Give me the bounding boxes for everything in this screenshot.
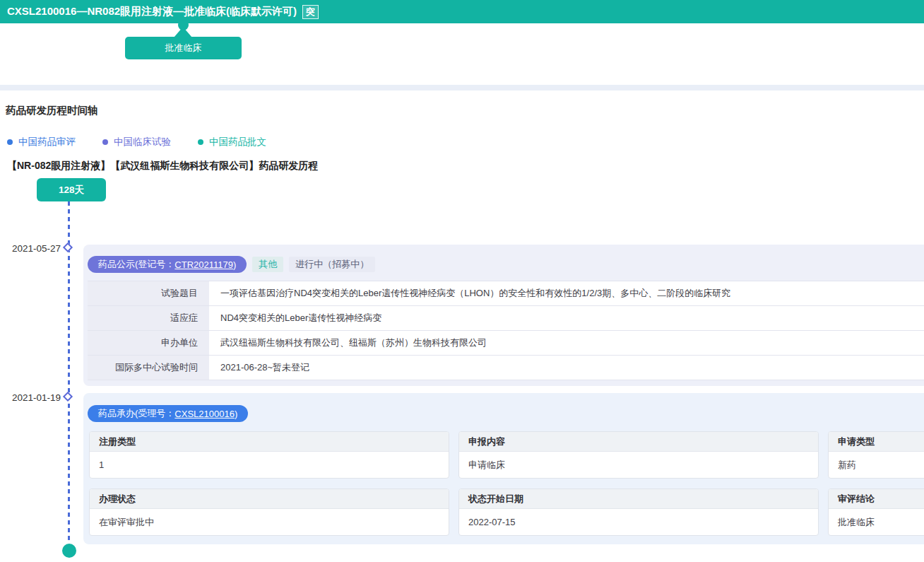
table-row: 试验题目 一项评估基因治疗ND4突变相关的Leber遗传性视神经病变（LHON）… (88, 281, 924, 306)
row-label: 国际多中心试验时间 (88, 356, 209, 380)
pill-suffix: ) (235, 409, 237, 419)
row-label: 申办单位 (88, 331, 209, 355)
timeline-line (68, 201, 70, 544)
section-divider (0, 85, 924, 90)
field-value: 1 (90, 452, 449, 478)
field-label: 审评结论 (829, 489, 924, 509)
legend-label: 中国临床试验 (114, 136, 171, 148)
timeline-diamond-icon (63, 242, 73, 252)
field-box-status-start-date: 状态开始日期 2022-07-15 (458, 488, 819, 536)
acceptance-pill-button[interactable]: 药品承办(受理号：CXSL2100016) (88, 405, 248, 422)
field-label: 申报内容 (459, 432, 818, 452)
row-label: 试验题目 (88, 281, 209, 305)
legend-dot-icon (102, 139, 108, 145)
row-value: 2021-06-28~暂未登记 (209, 356, 924, 380)
timeline-subtitle: 【NR-082眼用注射液】【武汉纽福斯生物科技有限公司】药品研发历程 (7, 160, 318, 172)
legend-item-drug-approval[interactable]: 中国药品批文 (198, 136, 266, 148)
acceptance-field-grid: 注册类型 1 申报内容 申请临床 申请类型 新药 办理状态 在审评审批中 状态开… (89, 431, 924, 536)
timeline-date: 2021-05-27 (6, 243, 61, 254)
table-row: 国际多中心试验时间 2021-06-28~暂未登记 (88, 356, 924, 380)
event-card-acceptance: 药品承办(受理号：CXSL2100016) 注册类型 1 申报内容 申请临床 申… (83, 393, 924, 544)
trial-detail-table: 试验题目 一项评估基因治疗ND4突变相关的Leber遗传性视神经病变（LHON）… (88, 281, 924, 380)
field-label: 办理状态 (90, 489, 449, 509)
pill-prefix: 药品公示(登记号： (98, 258, 174, 271)
legend-dot-icon (198, 139, 203, 145)
table-row: 适应症 ND4突变相关的Leber遗传性视神经病变 (88, 306, 924, 331)
pill-prefix: 药品承办(受理号： (98, 407, 174, 420)
window-header: CXSL2100016—NR082眼用注射液—批准临床(临床默示许可) 突 (0, 0, 924, 23)
field-box-application-type: 申请类型 新药 (828, 431, 924, 479)
field-value: 批准临床 (829, 509, 924, 535)
row-value: 一项评估基因治疗ND4突变相关的Leber遗传性视神经病变（LHON）的安全性和… (209, 281, 924, 305)
registration-number-link[interactable]: CTR20211179 (174, 259, 233, 270)
status-badge: 突 (302, 5, 319, 19)
table-row: 申办单位 武汉纽福斯生物科技有限公司、纽福斯（苏州）生物科技有限公司 (88, 331, 924, 356)
timeline-diamond-icon (63, 392, 73, 402)
field-label: 申请类型 (829, 432, 924, 452)
tag-other: 其他 (252, 257, 283, 272)
legend-item-clinical-trial[interactable]: 中国临床试验 (102, 136, 171, 148)
approve-clinical-button[interactable]: 批准临床 (125, 37, 242, 59)
timeline-end-icon (62, 544, 76, 558)
field-box-registration-type: 注册类型 1 (89, 431, 449, 479)
field-value: 在审评审批中 (90, 509, 449, 535)
row-value: 武汉纽福斯生物科技有限公司、纽福斯（苏州）生物科技有限公司 (209, 331, 924, 355)
field-box-processing-status: 办理状态 在审评审批中 (89, 488, 449, 536)
field-box-review-conclusion: 审评结论 批准临床 (828, 488, 924, 536)
timeline-legend: 中国药品审评 中国临床试验 中国药品批文 (7, 136, 293, 148)
legend-item-drug-review[interactable]: 中国药品审评 (7, 136, 76, 148)
event-card-publicity: 药品公示(登记号：CTR20211179) 其他 进行中（招募中） 试验题目 一… (83, 245, 924, 386)
duration-badge: 128天 (37, 178, 106, 201)
tag-status: 进行中（招募中） (289, 257, 375, 272)
field-box-application-content: 申报内容 申请临床 (458, 431, 819, 479)
field-value: 新药 (829, 452, 924, 478)
card-header: 药品承办(受理号：CXSL2100016) (83, 393, 924, 422)
pill-suffix: ) (233, 259, 236, 270)
legend-dot-icon (7, 139, 13, 145)
field-label: 注册类型 (90, 432, 449, 452)
tooltip-arrow-icon (174, 27, 192, 37)
legend-label: 中国药品审评 (18, 136, 76, 148)
field-value: 2022-07-15 (459, 509, 818, 535)
page-title: 药品研发历程时间轴 (6, 104, 98, 117)
field-value: 申请临床 (459, 452, 818, 478)
header-title: CXSL2100016—NR082眼用注射液—批准临床(临床默示许可) (7, 5, 297, 18)
acceptance-number-link[interactable]: CXSL2100016 (174, 409, 235, 419)
row-value: ND4突变相关的Leber遗传性视神经病变 (209, 306, 924, 330)
publicity-pill-button[interactable]: 药品公示(登记号：CTR20211179) (88, 256, 247, 273)
legend-label: 中国药品批文 (209, 136, 266, 148)
row-label: 适应症 (88, 306, 209, 330)
timeline-date: 2021-01-19 (6, 392, 61, 403)
field-label: 状态开始日期 (459, 489, 818, 509)
card-header: 药品公示(登记号：CTR20211179) 其他 进行中（招募中） (83, 245, 924, 273)
